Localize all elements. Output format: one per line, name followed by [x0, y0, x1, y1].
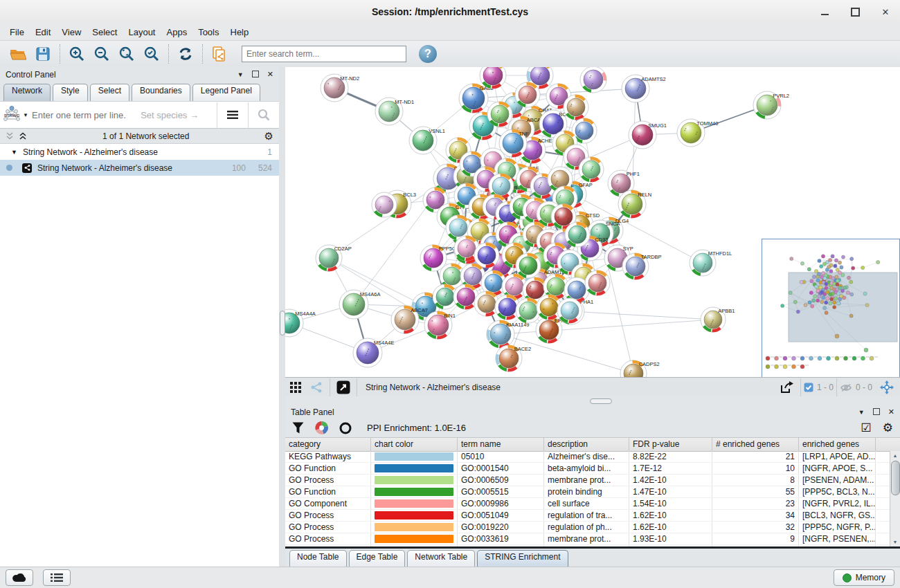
table-scrollbar[interactable]: ▲ ▼ [890, 451, 900, 546]
tab-legend-panel[interactable]: Legend Panel [192, 84, 260, 101]
string-logo-icon[interactable]: STRING ▼ [0, 106, 30, 124]
close-panel-icon[interactable]: ✕ [888, 407, 894, 416]
network-row[interactable]: String Network - Alzheimer's disease 100… [0, 160, 279, 176]
table-row[interactable]: GO FunctionGO:0001540beta-amyloid bi...1… [285, 463, 890, 475]
string-search-button[interactable] [249, 109, 279, 121]
menu-help[interactable]: Help [225, 26, 255, 39]
zoom-out-button[interactable] [89, 43, 114, 65]
maximize-button[interactable] [850, 8, 860, 17]
tab-node-table[interactable]: Node Table [289, 550, 347, 567]
network-node[interactable] [585, 270, 610, 295]
refresh-button[interactable] [173, 43, 198, 65]
network-node-ms4a4a[interactable]: MS4A4A [285, 309, 316, 337]
table-row[interactable]: GO ComponentGO:0009986cell surface1.54E-… [285, 498, 890, 510]
network-collection-row[interactable]: ▼ String Network - Alzheimer's disease 1 [0, 144, 279, 160]
network-node-tomm40[interactable]: TOMM40 [677, 119, 718, 147]
memory-button[interactable]: Memory [834, 569, 894, 586]
menu-layout[interactable]: Layout [123, 26, 161, 39]
network-node-mt-nd2[interactable]: MT-ND2 [321, 74, 359, 102]
network-node-kiaa1149[interactable]: KIAA1149 [487, 320, 529, 348]
scroll-up-arrow[interactable]: ▲ [890, 451, 900, 460]
vertical-splitter[interactable] [279, 67, 285, 567]
grid-view-button[interactable] [285, 379, 306, 396]
network-node-bace2[interactable]: BACE2 [496, 345, 531, 371]
share-view-button[interactable] [306, 379, 327, 396]
clone-network-button[interactable] [207, 43, 232, 65]
column-header-description[interactable]: description [544, 438, 629, 451]
birds-eye-view[interactable] [762, 239, 900, 377]
table-row[interactable]: GO FunctionGO:0005515protein binding1.47… [285, 486, 890, 498]
network-node-bin1[interactable]: BIN1 [424, 311, 456, 339]
zoom-selected-button[interactable] [139, 43, 164, 65]
column-header-FDR-p-value[interactable]: FDR p-value [629, 438, 712, 451]
table-settings-gear-icon[interactable]: ⚙ [883, 421, 893, 435]
menu-view[interactable]: View [56, 26, 87, 39]
hidden-eye-icon[interactable] [840, 383, 852, 392]
network-node-pvrl2[interactable]: PVRL2 [753, 91, 789, 119]
network-node-cadps2[interactable]: CADPS2 [620, 360, 660, 377]
zoom-in-button[interactable] [64, 43, 89, 65]
save-session-button[interactable] [30, 43, 55, 65]
table-row[interactable]: GO ProcessGO:0019220regulation of ph...1… [285, 522, 890, 533]
table-row[interactable]: KEGG Pathways05010Alzheimer's dise...8.8… [285, 451, 890, 463]
network-node[interactable] [564, 95, 588, 120]
float-panel-icon[interactable] [252, 71, 259, 79]
table-row[interactable]: GO ProcessGO:0051049regulation of tra...… [285, 510, 890, 522]
automation-cloud-button[interactable] [6, 569, 33, 586]
horizontal-splitter[interactable] [285, 396, 900, 405]
network-node[interactable] [580, 67, 606, 93]
table-row[interactable]: GO ProcessGO:0050435beta-amyloid m...2.0… [285, 545, 890, 546]
network-canvas[interactable]: MT-ND2MT-ND1VSNL1GAB2IRS1CHATABCA1BCHEAC… [285, 67, 900, 377]
tab-select[interactable]: Select [90, 84, 129, 101]
splitter-handle[interactable] [590, 398, 612, 404]
network-node-ms4a4e[interactable]: MS4A4E [353, 338, 394, 367]
network-node[interactable] [474, 243, 499, 268]
table-row[interactable]: GO ProcessGO:0033619membrane prot...1.93… [285, 533, 890, 545]
network-node[interactable] [515, 82, 540, 107]
column-header-category[interactable]: category [285, 438, 371, 451]
scrollbar-thumb[interactable] [891, 461, 900, 495]
network-options-gear-icon[interactable]: ⚙ [264, 130, 273, 143]
filter-icon[interactable] [292, 422, 304, 434]
network-node-smug1[interactable]: SMUG1 [629, 121, 667, 149]
table-row[interactable]: GO ProcessGO:0006509membrane prot...1.42… [285, 475, 890, 486]
network-node-adamts2[interactable]: ADAMTS2 [622, 75, 666, 102]
network-node[interactable] [565, 222, 590, 247]
network-node-reln[interactable]: RELN [618, 190, 651, 218]
open-session-button[interactable] [6, 43, 30, 65]
menu-apps[interactable]: Apps [161, 26, 193, 39]
network-node-vsnl1[interactable]: VSNL1 [409, 127, 445, 154]
selected-checkbox-icon[interactable] [804, 383, 813, 392]
tree-collapse-caret[interactable]: ▼ [11, 149, 17, 156]
menu-file[interactable]: File [4, 26, 30, 39]
network-node[interactable] [557, 298, 582, 323]
zoom-fit-button[interactable] [114, 43, 139, 65]
close-button[interactable]: ✕ [881, 8, 890, 17]
pie-chart-icon[interactable] [315, 421, 328, 434]
tab-network[interactable]: Network [3, 84, 51, 101]
column-header-term-name[interactable]: term name [458, 438, 544, 451]
tab-network-table[interactable]: Network Table [407, 550, 475, 567]
network-node-mt-nd1[interactable]: MT-ND1 [375, 98, 414, 125]
expand-all-icon[interactable] [19, 132, 28, 140]
help-button[interactable]: ? [419, 45, 437, 63]
panel-menu-icon[interactable]: ▼ [237, 71, 244, 78]
network-node-mthfd1l[interactable]: MTHFD1L [690, 250, 732, 276]
string-query-input[interactable] [30, 109, 141, 121]
collapse-all-icon[interactable] [6, 132, 15, 140]
column-header-chart-color[interactable]: chart color [371, 438, 458, 451]
tab-edge-table[interactable]: Edge Table [349, 550, 406, 567]
menu-select[interactable]: Select [87, 26, 123, 39]
network-node-cd2ap[interactable]: CD2AP [316, 245, 352, 271]
ring-chart-icon[interactable] [339, 422, 352, 434]
menu-edit[interactable]: Edit [30, 26, 56, 39]
scroll-down-arrow[interactable]: ▼ [890, 538, 900, 546]
network-node[interactable] [579, 157, 604, 182]
network-node-ms4a6a[interactable]: MS4A6A [339, 290, 380, 319]
detach-view-button[interactable] [333, 379, 354, 396]
network-node-tardbp[interactable]: TARDBP [622, 253, 662, 279]
panel-menu-icon[interactable]: ▼ [858, 409, 865, 416]
tab-string-enrichment[interactable]: STRING Enrichment [477, 550, 568, 567]
splitter-handle[interactable] [280, 311, 285, 336]
task-history-button[interactable] [43, 569, 71, 586]
